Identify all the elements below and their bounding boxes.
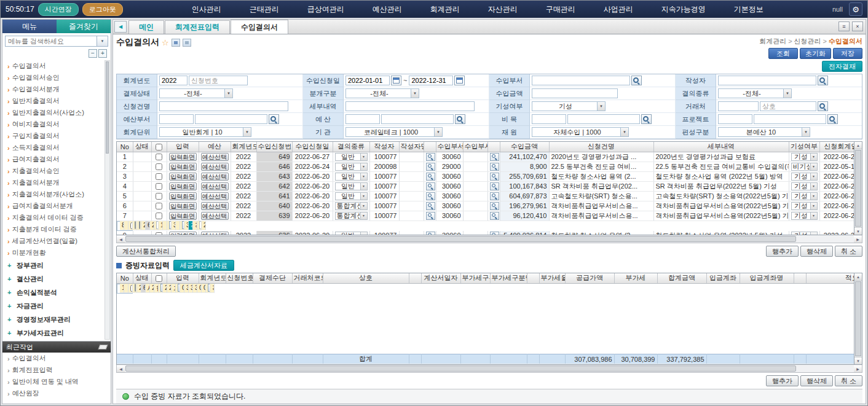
decision-type-select[interactable]: 통합계산서▼ xyxy=(335,202,368,210)
reset-button[interactable]: 초기화 xyxy=(800,48,831,59)
scroll-right-icon[interactable]: ▶ xyxy=(854,365,862,372)
input-screen-button[interactable]: 입력화면 xyxy=(169,192,197,200)
scroll-thumb[interactable] xyxy=(855,281,861,356)
menu-search-dropdown-button[interactable]: ▼ xyxy=(97,36,108,47)
menu-item[interactable]: ›일반지출결의서(사업소) xyxy=(7,107,105,119)
calendar-button[interactable] xyxy=(454,76,465,85)
dept-search-button[interactable] xyxy=(490,192,499,200)
menu-item[interactable]: ›수입결의서승인 xyxy=(7,72,105,84)
col-account[interactable]: 입금계좌 xyxy=(706,273,740,283)
menu-group-item[interactable]: +자금관리 xyxy=(7,299,105,313)
decision-type-select[interactable]: -전체-▼ xyxy=(718,88,792,98)
col-vat-rate[interactable]: 부가세율 xyxy=(539,273,565,283)
fund-source-select[interactable]: 자체수입 | 1000▼ xyxy=(532,127,629,137)
col-request-no[interactable]: 수입신청번호 xyxy=(256,142,292,152)
input-screen-button[interactable]: 입력화면 xyxy=(169,173,197,181)
account-unit-select[interactable]: 일반회계 | 10▼ xyxy=(159,127,251,137)
menu-search-input[interactable] xyxy=(5,36,97,47)
col-vendor-code[interactable]: 거래처코드 xyxy=(292,273,323,283)
budget-select-button[interactable]: 예산선택 xyxy=(139,221,140,229)
col-dept[interactable]: 수입부서 xyxy=(436,142,463,152)
menu-item[interactable]: ›일반지출결의서 xyxy=(7,95,105,107)
col-input[interactable]: 입력 xyxy=(167,273,199,283)
income-grid-vscrollbar[interactable]: ▲ ▼ xyxy=(854,141,862,235)
scroll-up-icon[interactable]: ▲ xyxy=(854,142,862,149)
menu-group-item[interactable]: +결산관리 xyxy=(7,272,105,286)
col-invoice-date[interactable]: 계산서일자 xyxy=(421,273,460,283)
recent-item[interactable]: ›수입결의서 xyxy=(2,353,111,364)
completion-select[interactable]: 기성▼ xyxy=(791,182,818,190)
income-row[interactable]: 9 입력화면 예산선택 2022 636 2022-06-20 일반▼ xyxy=(117,231,854,236)
budget-select-button[interactable]: 예산선택 xyxy=(201,202,229,210)
completion-select[interactable]: 기성▼ xyxy=(791,202,818,210)
date-from-input[interactable] xyxy=(345,76,390,85)
global-nav-item[interactable]: 지속가능경영 xyxy=(661,4,706,15)
decision-type-select[interactable]: 일반▼ xyxy=(335,163,368,171)
menu-item[interactable]: ›구입지출결의서 xyxy=(7,130,105,142)
col-year[interactable]: 회계년도 xyxy=(199,273,226,283)
vendor-code-input[interactable] xyxy=(718,101,759,111)
scroll-thumb[interactable] xyxy=(106,61,109,154)
scroll-up-icon[interactable]: ▲ xyxy=(854,273,862,281)
income-row[interactable]: 5 입력화면 예산선택 2022 641 2022-06-20 일반▼ xyxy=(117,191,854,201)
col-writer-name[interactable]: 작성자명 xyxy=(399,142,424,152)
input-screen-button[interactable]: 입력화면 xyxy=(169,182,197,190)
budget-select-button[interactable]: 예산선택 xyxy=(201,173,229,181)
cancel-button[interactable]: 취 소 xyxy=(835,246,862,257)
tab-scroll-left-button[interactable]: ◀ xyxy=(114,21,127,33)
tax-invoice-button[interactable]: 세금계산서자료 xyxy=(173,260,234,271)
writer-search-button[interactable] xyxy=(426,202,435,210)
col-status[interactable]: 상태 xyxy=(133,142,151,152)
menu-item[interactable]: ›여비지출결의서 xyxy=(7,119,105,130)
scroll-thumb[interactable] xyxy=(125,236,796,242)
delete-row-button[interactable]: 행삭제 xyxy=(800,375,833,386)
evidence-grid-hscrollbar[interactable]: ◀ ▶ xyxy=(116,365,862,373)
scroll-thumb[interactable] xyxy=(855,150,861,227)
date-to-input[interactable] xyxy=(409,76,453,85)
menu-group-item[interactable]: +부가세자료관리 xyxy=(7,326,105,340)
vendor-name-input[interactable] xyxy=(760,101,816,111)
col-year[interactable]: 회계년도 xyxy=(231,142,256,152)
row-checkbox[interactable] xyxy=(156,173,162,180)
input-screen-button[interactable]: 입력화면 xyxy=(135,284,136,292)
fiscal-year-input[interactable] xyxy=(159,76,187,85)
col-input[interactable]: 입력 xyxy=(167,142,199,152)
menu-item[interactable]: ›지출결의서승인 xyxy=(7,165,105,177)
completion-select[interactable]: 기성▼ xyxy=(791,192,818,200)
row-checkbox[interactable] xyxy=(156,193,162,200)
save-button[interactable]: 저장 xyxy=(833,48,862,59)
journal-type-select[interactable]: -전체-▼ xyxy=(345,88,419,98)
sidebar-scrollbar[interactable] xyxy=(105,60,110,340)
add-row-button[interactable]: 행추가 xyxy=(766,375,799,386)
decision-type-select[interactable]: 일반▼ xyxy=(335,153,368,161)
tab-main[interactable]: 메인 xyxy=(128,20,164,34)
global-nav-item[interactable]: 사업관리 xyxy=(604,4,633,15)
expand-all-button[interactable]: + xyxy=(98,49,107,58)
eraser-icon[interactable] xyxy=(98,345,108,349)
col-decision-type[interactable]: 결의종류 xyxy=(333,142,369,152)
income-row[interactable]: 2 입력화면 예산선택 2022 646 2022-06-24 일반▼ xyxy=(117,162,854,171)
search-button[interactable]: 조회 xyxy=(768,48,798,59)
dept-search-button[interactable] xyxy=(490,182,499,190)
menu-item[interactable]: ›수입결의서 xyxy=(7,60,105,72)
project-name-input[interactable] xyxy=(754,114,826,124)
budget-dept-search-button[interactable] xyxy=(269,114,279,124)
favorite-star-icon[interactable]: ☆ xyxy=(162,38,169,47)
sidebar-tab-favorites[interactable]: 즐겨찾기 xyxy=(57,20,111,33)
col-pay-method[interactable]: 결제수단 xyxy=(253,273,292,283)
budget-select-button[interactable]: 예산선택 xyxy=(201,192,229,200)
writer-search-button[interactable] xyxy=(426,153,435,161)
collapse-all-button[interactable]: − xyxy=(89,49,97,58)
dept-search-button[interactable] xyxy=(490,173,499,181)
electronic-approval-button[interactable]: 전자결재 xyxy=(822,61,862,72)
evidence-row[interactable]: 1 입력화면 2022 638 세금계산서/... 23500 한국철도공사 xyxy=(117,284,133,294)
input-screen-button[interactable]: 입력화면 xyxy=(135,221,136,229)
writer-search-button[interactable] xyxy=(426,163,435,171)
input-screen-button[interactable]: 입력화면 xyxy=(169,163,197,171)
decision-type-select[interactable]: 일반▼ xyxy=(335,182,368,190)
row-checkbox[interactable] xyxy=(156,203,162,209)
menu-item[interactable]: ›급여지출결의서 xyxy=(7,154,105,165)
col-account-name[interactable]: 입금계좌명 xyxy=(740,273,794,283)
help-icon[interactable] xyxy=(183,39,191,47)
tab-income-resolution[interactable]: 수입결의서 xyxy=(231,20,288,34)
